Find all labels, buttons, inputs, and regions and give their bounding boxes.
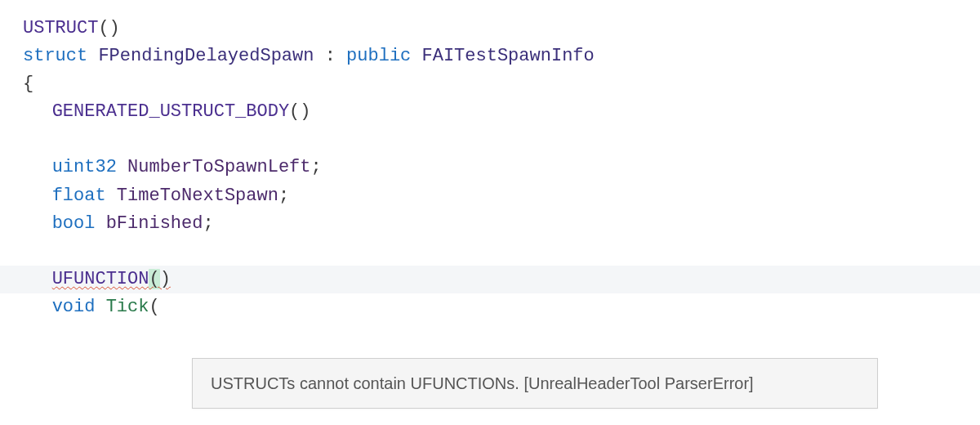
paren-open: ( [149, 297, 159, 317]
type-uint32: uint32 [52, 157, 117, 177]
member-name: TimeToNextSpawn [117, 186, 278, 206]
code-line: float TimeToNextSpawn; [23, 182, 980, 210]
code-line: bool bFinished; [23, 210, 980, 238]
macro-generated-body: GENERATED_USTRUCT_BODY [52, 101, 289, 122]
macro-ustruct: USTRUCT [23, 18, 98, 38]
type-bool: bool [52, 213, 96, 234]
keyword-public: public [346, 46, 411, 66]
paren-pair: () [289, 101, 310, 122]
code-line: { [23, 70, 980, 98]
macro-ufunction-error[interactable]: UFUNCTION [52, 269, 149, 289]
function-name: Tick [106, 297, 149, 317]
code-line: USTRUCT() [23, 15, 980, 42]
member-name: bFinished [106, 213, 203, 234]
blank-line [23, 126, 980, 154]
error-tooltip-text: USTRUCTs cannot contain UFUNCTIONs. [Unr… [211, 374, 754, 392]
member-name: NumberToSpawnLeft [127, 157, 310, 177]
type-void: void [52, 297, 96, 317]
error-tooltip: USTRUCTs cannot contain UFUNCTIONs. [Unr… [192, 358, 878, 409]
keyword-struct: struct [23, 46, 87, 66]
paren-open: ( [149, 269, 159, 289]
code-line: struct FPendingDelayedSpawn : public FAI… [23, 42, 980, 70]
code-line: GENERATED_USTRUCT_BODY() [23, 98, 980, 126]
semicolon: ; [203, 213, 213, 234]
open-brace: { [23, 74, 33, 94]
code-line: void Tick( [23, 293, 980, 321]
paren-close: ) [160, 269, 171, 289]
code-line: uint32 NumberToSpawnLeft; [23, 154, 980, 181]
semicolon: ; [311, 157, 322, 177]
type-name: FPendingDelayedSpawn [98, 46, 314, 66]
code-editor[interactable]: USTRUCT() struct FPendingDelayedSpawn : … [0, 0, 980, 321]
base-type-name: FAITestSpawnInfo [422, 46, 595, 66]
semicolon: ; [278, 186, 289, 206]
paren-pair: () [98, 18, 119, 38]
type-float: float [52, 186, 106, 206]
code-line-active: UFUNCTION() [0, 266, 980, 293]
blank-line [23, 238, 980, 266]
inherit-colon: : [314, 46, 346, 66]
